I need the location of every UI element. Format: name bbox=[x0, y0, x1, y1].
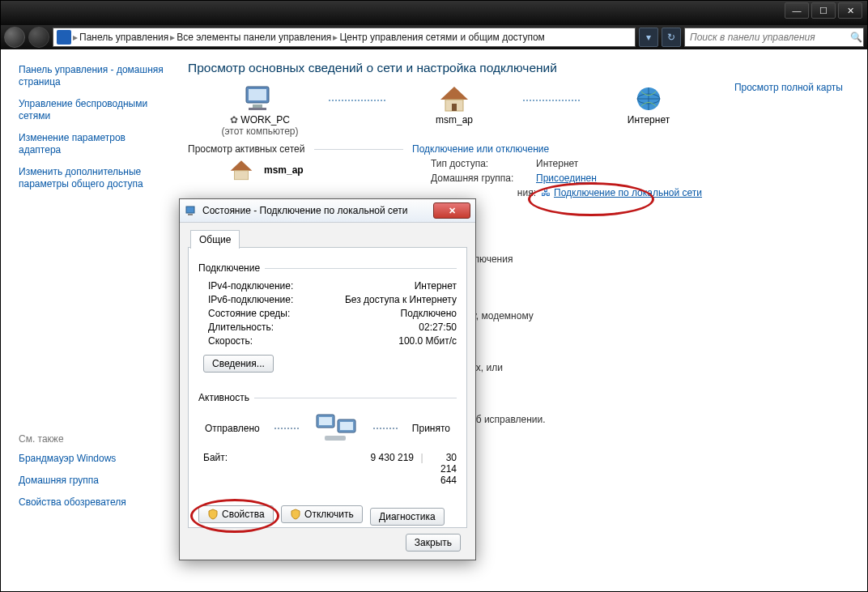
dialog-title: Состояние - Подключение по локальной сет… bbox=[202, 205, 408, 216]
active-networks-label: Просмотр активных сетей Подключение или … bbox=[188, 143, 854, 155]
sidebar-link-firewall[interactable]: Брандмауэр Windows bbox=[19, 453, 165, 465]
window-minimize-button[interactable]: — bbox=[785, 2, 809, 19]
bytes-label: Байт: bbox=[203, 452, 333, 486]
activity-line bbox=[373, 428, 398, 429]
bytes-sent: 9 430 219 bbox=[333, 452, 414, 486]
sidebar-link-home[interactable]: Панель управления - домашняя страница bbox=[19, 64, 165, 88]
properties-button[interactable]: Свойства bbox=[198, 505, 274, 523]
sidebar-link-sharing[interactable]: Изменить дополнительные параметры общего… bbox=[19, 166, 165, 190]
activity-line bbox=[274, 428, 299, 429]
kv-label: Состояние среды: bbox=[208, 308, 338, 319]
control-panel-icon bbox=[57, 30, 71, 45]
sidebar-link-homegroup[interactable]: Домашняя группа bbox=[19, 475, 165, 487]
window-close-button[interactable]: ✕ bbox=[838, 2, 862, 19]
network-node-ap[interactable]: msm_ap bbox=[402, 83, 507, 126]
kv-label: IPv6-подключение: bbox=[208, 294, 338, 305]
search-box[interactable]: 🔍 bbox=[684, 28, 864, 47]
sidebar-link-wireless[interactable]: Управление беспроводными сетями bbox=[19, 98, 165, 122]
active-network-name: msm_ap bbox=[264, 164, 304, 176]
svg-rect-17 bbox=[325, 436, 346, 441]
kv-label: Скорость: bbox=[208, 335, 338, 347]
search-icon: 🔍 bbox=[849, 32, 863, 43]
kv-value: Подключено bbox=[338, 308, 457, 319]
dialog-tab-panel: Общие Подключение IPv4-подключение:Интер… bbox=[188, 247, 467, 528]
detail-label: Тип доступа: bbox=[431, 158, 536, 169]
history-dropdown-button[interactable]: ▾ bbox=[639, 28, 658, 47]
svg-rect-14 bbox=[319, 417, 332, 425]
address-bar[interactable]: ▸ Панель управления ▸ Все элементы панел… bbox=[53, 28, 636, 47]
details-button[interactable]: Сведения... bbox=[203, 355, 274, 373]
local-connection-link[interactable]: Подключение по локальной сети bbox=[554, 187, 702, 198]
computer-icon bbox=[241, 83, 279, 114]
svg-rect-12 bbox=[188, 214, 193, 215]
svg-rect-10 bbox=[234, 171, 248, 180]
sidebar: Панель управления - домашняя страница Уп… bbox=[1, 49, 175, 591]
dialog-titlebar[interactable]: Состояние - Подключение по локальной сет… bbox=[180, 199, 475, 223]
disable-button[interactable]: Отключить bbox=[281, 505, 363, 523]
node-label: Интернет bbox=[628, 114, 670, 126]
sidebar-link-adapter[interactable]: Изменение параметров адаптера bbox=[19, 132, 165, 156]
kv-value: Интернет bbox=[338, 280, 457, 292]
detail-label: Домашняя группа: bbox=[431, 172, 536, 184]
dialog-close-bottom-button[interactable]: Закрыть bbox=[406, 534, 461, 552]
two-computers-icon bbox=[313, 410, 359, 447]
homegroup-link[interactable]: Присоединен bbox=[536, 172, 597, 184]
page-title: Просмотр основных сведений о сети и наст… bbox=[188, 61, 854, 75]
svg-rect-1 bbox=[249, 89, 266, 100]
kv-value: 02:27:50 bbox=[338, 322, 457, 333]
activity-recv-label: Принято bbox=[412, 423, 450, 434]
chevron-right-icon: ▸ bbox=[170, 32, 175, 43]
detail-value: Интернет bbox=[536, 158, 578, 169]
view-full-map-link[interactable]: Просмотр полной карты bbox=[734, 82, 843, 93]
kv-value: 100.0 Мбит/с bbox=[338, 335, 457, 347]
shield-icon bbox=[290, 509, 301, 520]
chevron-right-icon: ▸ bbox=[73, 32, 78, 43]
breadcrumb-item[interactable]: Панель управления bbox=[79, 32, 168, 43]
map-link-line bbox=[523, 100, 580, 101]
svg-rect-2 bbox=[253, 104, 262, 108]
refresh-button[interactable]: ↻ bbox=[662, 28, 681, 47]
connection-status-dialog: Состояние - Подключение по локальной сет… bbox=[179, 198, 476, 560]
svg-rect-3 bbox=[249, 108, 266, 110]
group-activity: Активность bbox=[198, 392, 457, 403]
kv-value: Без доступа к Интернету bbox=[338, 294, 457, 305]
tab-general[interactable]: Общие bbox=[190, 230, 240, 249]
network-node-pc[interactable]: ✿ WORK_PC (этот компьютер) bbox=[207, 83, 313, 137]
breadcrumb-item[interactable]: Центр управления сетями и общим доступом bbox=[339, 32, 545, 43]
shield-icon bbox=[207, 509, 219, 520]
group-connection: Подключение bbox=[198, 262, 457, 274]
node-sublabel: (этот компьютер) bbox=[222, 126, 299, 137]
svg-marker-9 bbox=[231, 160, 253, 171]
explorer-nav-bar: ▸ Панель управления ▸ Все элементы панел… bbox=[1, 25, 867, 49]
kv-label: Длительность: bbox=[208, 322, 338, 333]
activity-sent-label: Отправлено bbox=[205, 423, 260, 434]
dialog-close-button[interactable]: ✕ bbox=[433, 202, 470, 219]
globe-icon bbox=[630, 83, 667, 114]
svg-rect-16 bbox=[340, 422, 353, 430]
nav-forward-button[interactable] bbox=[28, 27, 49, 48]
diagnostics-button[interactable]: Диагностика bbox=[370, 508, 445, 526]
search-input[interactable] bbox=[685, 32, 849, 43]
nav-back-button[interactable] bbox=[4, 27, 25, 48]
breadcrumb-item[interactable]: Все элементы панели управления bbox=[177, 32, 331, 43]
kv-label: IPv4-подключение: bbox=[208, 280, 338, 292]
sidebar-link-inetopts[interactable]: Свойства обозревателя bbox=[19, 496, 165, 509]
see-also-heading: См. также bbox=[19, 433, 165, 445]
network-adapter-icon bbox=[185, 204, 198, 217]
bytes-recv: 30 214 644 bbox=[430, 452, 457, 486]
active-network-item[interactable]: msm_ap bbox=[188, 158, 431, 202]
chevron-right-icon: ▸ bbox=[333, 32, 338, 43]
node-label: ✿ WORK_PC bbox=[230, 114, 290, 126]
house-icon bbox=[436, 83, 473, 114]
svg-rect-6 bbox=[452, 104, 457, 111]
window-titlebar: — ☐ ✕ bbox=[1, 1, 867, 26]
network-connection-icon: 🖧 bbox=[541, 187, 551, 198]
connect-disconnect-link[interactable]: Подключение или отключение bbox=[412, 143, 549, 155]
network-node-internet[interactable]: Интернет bbox=[596, 83, 701, 126]
active-network-details: Тип доступа:Интернет Домашняя группа:При… bbox=[431, 158, 854, 202]
window-maximize-button[interactable]: ☐ bbox=[811, 2, 836, 19]
node-label: msm_ap bbox=[436, 114, 473, 126]
svg-marker-4 bbox=[440, 87, 468, 100]
house-icon bbox=[227, 158, 256, 182]
svg-rect-11 bbox=[186, 207, 194, 213]
